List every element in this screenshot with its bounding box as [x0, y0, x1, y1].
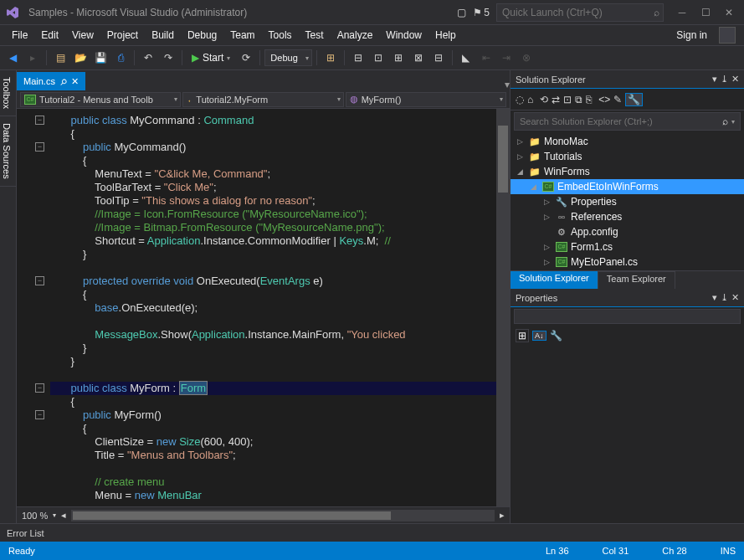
statusbar: Ready Ln 36 Col 31 Ch 28 INS [0, 542, 744, 560]
menu-test[interactable]: Test [299, 28, 331, 43]
se-copy-icon[interactable]: ⎘ [586, 94, 592, 105]
se-code-icon[interactable]: <> [598, 94, 610, 105]
play-icon: ▶ [192, 52, 199, 64]
tree-item[interactable]: ◢📁WinForms [511, 164, 744, 179]
menubar: File Edit View Project Build Debug Team … [0, 25, 744, 45]
tab-team-explorer[interactable]: Team Explorer [598, 271, 675, 289]
prop-wrench-icon[interactable]: 🔧 [550, 330, 562, 342]
save-button[interactable]: 💾 [91, 49, 110, 67]
new-project-button[interactable]: ▤ [51, 49, 69, 67]
tree-item[interactable]: ▷▫▫References [511, 209, 744, 224]
hscroll-left[interactable]: ◂ [61, 510, 66, 521]
status-ins: INS [721, 546, 736, 556]
prop-object-dropdown[interactable] [514, 309, 741, 324]
prop-menu-icon[interactable]: ▾ [712, 292, 717, 303]
menu-help[interactable]: Help [428, 28, 463, 43]
undo-button[interactable]: ↶ [139, 49, 157, 67]
tb-icon-6[interactable]: ⊟ [429, 49, 448, 67]
toolbox-tab[interactable]: Toolbox [0, 70, 16, 116]
menu-analyze[interactable]: Analyze [331, 28, 380, 43]
tree-item[interactable]: ⚙App.config [511, 224, 744, 239]
categorized-icon[interactable]: ⊞ [516, 329, 529, 342]
pin-panel-icon[interactable]: ⤓ [721, 74, 728, 85]
tb-icon-7[interactable]: ⇤ [477, 49, 495, 67]
tree-item[interactable]: ▷🔧Properties [511, 194, 744, 209]
maximize-button[interactable]: ☐ [694, 3, 717, 23]
code-editor[interactable]: public class MyCommand : Command { publi… [17, 109, 510, 506]
start-debug-button[interactable]: ▶ Start ▾ [187, 49, 235, 67]
nav-fwd-button[interactable]: ▸ [23, 49, 42, 67]
menu-project[interactable]: Project [100, 28, 145, 43]
nav-back-button[interactable]: ◀ [3, 49, 22, 67]
se-home-icon[interactable]: ⌂ [527, 94, 533, 105]
nav-class-dropdown[interactable]: ⬪Tutorial2.MyForm [182, 92, 343, 107]
menu-edit[interactable]: Edit [34, 28, 65, 43]
flag-icon[interactable]: ⚑5 [473, 7, 490, 18]
tree-item[interactable]: ▷C#Form1.cs [511, 239, 744, 254]
tree-item[interactable]: ▷📁Tutorials [511, 149, 744, 164]
se-refresh-icon[interactable]: ⇄ [552, 94, 560, 105]
close-panel-icon[interactable]: ✕ [731, 74, 739, 85]
se-search-input[interactable] [520, 116, 722, 126]
hscroll-right[interactable]: ▸ [500, 510, 505, 521]
horizontal-scrollbar[interactable] [71, 510, 495, 521]
se-wrench-icon[interactable]: 🔧 [625, 93, 643, 106]
menu-tools[interactable]: Tools [262, 28, 299, 43]
avatar-icon[interactable] [719, 27, 736, 44]
tb-icon-2[interactable]: ⊟ [349, 49, 367, 67]
se-collaps-icon[interactable]: ⊡ [563, 94, 572, 105]
quick-launch-input[interactable] [502, 7, 658, 18]
tb-icon-4[interactable]: ⊞ [389, 49, 408, 67]
nav-project-dropdown[interactable]: C#Tutorial2 - Menus and Toolb [20, 92, 181, 107]
se-sync-icon[interactable]: ⟲ [540, 94, 548, 105]
menu-team[interactable]: Team [223, 28, 261, 43]
tree-item[interactable]: ▷C#MyEtoPanel.cs [511, 254, 744, 270]
zoom-label[interactable]: 100 % [22, 511, 48, 521]
prop-toolbar: ⊞ A↓ 🔧 [511, 326, 744, 346]
browser-button[interactable]: ⟳ [237, 49, 255, 67]
alpha-icon[interactable]: A↓ [532, 331, 546, 341]
menu-build[interactable]: Build [145, 28, 181, 43]
panel-menu-icon[interactable]: ▾ [712, 74, 717, 85]
tb-icon-8[interactable]: ⇥ [497, 49, 516, 67]
doc-tab-main[interactable]: Main.cs ⚲ ✕ [17, 72, 85, 90]
se-prop-icon[interactable]: ✎ [613, 94, 622, 105]
pin-icon[interactable]: ⚲ [58, 76, 69, 87]
quick-launch[interactable]: ⌕ [496, 3, 664, 22]
error-list-tab[interactable]: Error List [7, 528, 44, 538]
se-search[interactable]: ⌕ ▾ [514, 112, 741, 131]
nav-member-dropdown[interactable]: ◍MyForm() [346, 92, 506, 107]
tree-item[interactable]: ▷📁MonoMac [511, 134, 744, 149]
tb-icon-3[interactable]: ⊡ [369, 49, 387, 67]
menu-view[interactable]: View [65, 28, 100, 43]
tree-item[interactable]: ◢C#EmbedEtoInWinForms [511, 179, 744, 194]
close-button[interactable]: ✕ [717, 3, 741, 23]
prop-close-icon[interactable]: ✕ [731, 292, 739, 303]
chat-icon[interactable]: ▢ [457, 7, 466, 18]
solution-tree[interactable]: ▷📁MonoMac▷📁Tutorials◢📁WinForms◢C#EmbedEt… [511, 132, 744, 270]
main-toolbar: ◀ ▸ ▤ 📂 💾 ⎙ ↶ ↷ ▶ Start ▾ ⟳ Debug ⊞ ⊟ ⊡ … [0, 45, 744, 70]
tb-icon-5[interactable]: ⊠ [409, 49, 428, 67]
se-showall-icon[interactable]: ⧉ [575, 94, 582, 105]
data-sources-tab[interactable]: Data Sources [0, 116, 16, 187]
menu-file[interactable]: File [5, 28, 34, 43]
close-tab-icon[interactable]: ✕ [71, 76, 79, 87]
document-tabs: Main.cs ⚲ ✕ ▾ [17, 70, 510, 90]
bookmark-icon[interactable]: ◣ [457, 49, 475, 67]
vertical-scrollbar[interactable] [496, 109, 510, 506]
open-button[interactable]: 📂 [71, 49, 90, 67]
properties-header: Properties ▾ ⤓ ✕ [511, 289, 744, 307]
menu-debug[interactable]: Debug [181, 28, 223, 43]
tb-icon-9[interactable]: ⊗ [517, 49, 536, 67]
minimize-button[interactable]: ─ [670, 3, 694, 23]
se-back-icon[interactable]: ◌ [516, 94, 524, 105]
prop-pin-icon[interactable]: ⤓ [721, 292, 728, 303]
redo-button[interactable]: ↷ [159, 49, 177, 67]
tb-icon-1[interactable]: ⊞ [321, 49, 340, 67]
config-dropdown[interactable]: Debug [264, 49, 311, 66]
signin-link[interactable]: Sign in [670, 28, 714, 43]
status-ch: Ch 28 [662, 546, 686, 556]
tab-solution-explorer[interactable]: Solution Explorer [511, 271, 598, 289]
save-all-button[interactable]: ⎙ [111, 49, 130, 67]
menu-window[interactable]: Window [379, 28, 428, 43]
